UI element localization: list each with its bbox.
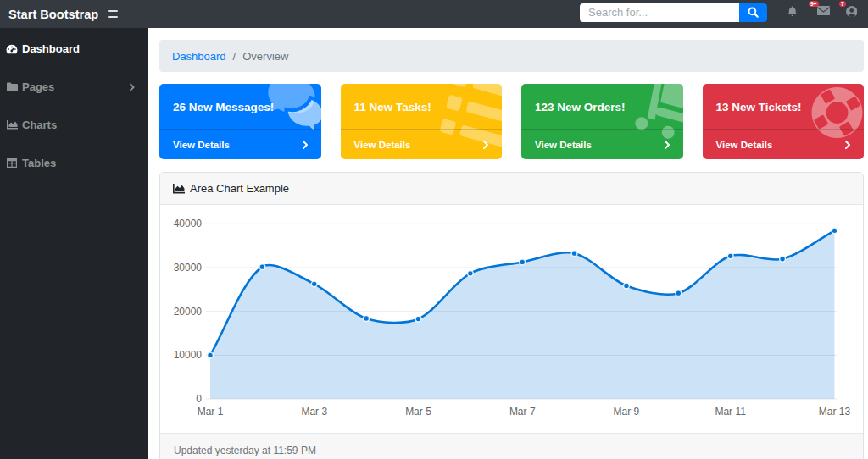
area-chart-card: Area Chart Example 010000200003000040000… [159, 172, 864, 459]
sidebar-item-charts[interactable]: Charts [0, 106, 148, 144]
card-title: 11 New Tasks! [354, 101, 489, 113]
messages-card: 26 New Messages! View Details [159, 84, 321, 159]
search-input[interactable] [580, 3, 739, 22]
card-footer-link[interactable]: View Details [521, 129, 683, 159]
breadcrumb: Dashboard / Overview [159, 40, 864, 72]
chevron-right-icon [665, 141, 670, 149]
chart-card-footer: Updated yesterday at 11:59 PM [160, 433, 863, 459]
chart-card-header: Area Chart Example [160, 173, 863, 205]
area-chart: 010000200003000040000Mar 1Mar 3Mar 5Mar … [160, 205, 863, 433]
search-bar [580, 3, 767, 22]
sidebar-item-pages[interactable]: Pages [0, 68, 148, 106]
table-icon [6, 158, 18, 168]
breadcrumb-separator: / [233, 50, 236, 63]
sidebar-item-label: Dashboard [22, 42, 80, 55]
bell-icon [787, 6, 798, 16]
svg-text:0: 0 [196, 393, 202, 405]
chart-area-icon [6, 120, 18, 130]
view-details-label: View Details [173, 140, 230, 150]
orders-card: 123 New Orders! View Details [521, 84, 683, 159]
card-title: 26 New Messages! [173, 101, 308, 113]
svg-text:Mar 9: Mar 9 [614, 406, 640, 418]
svg-text:Mar 1: Mar 1 [198, 406, 224, 418]
card-title: 123 New Orders! [535, 101, 670, 113]
svg-text:Mar 3: Mar 3 [301, 406, 327, 418]
tasks-card: 11 New Tasks! View Details [341, 84, 503, 159]
card-footer-link[interactable]: View Details [703, 129, 865, 159]
main-content: Dashboard / Overview 26 New Messages! Vi… [148, 28, 868, 459]
messages-badge: 9+ [809, 1, 819, 8]
tickets-card: 13 New Tickets! View Details [703, 84, 865, 159]
svg-text:Mar 11: Mar 11 [715, 406, 746, 418]
topbar-nav: 9+ 7 [787, 0, 868, 28]
sidebar: Dashboard Pages Charts Tables [0, 28, 148, 459]
chevron-right-icon [303, 141, 308, 149]
card-footer-link[interactable]: View Details [341, 129, 503, 159]
card-footer-link[interactable]: View Details [159, 129, 321, 159]
search-icon [748, 7, 759, 18]
topbar: Start Bootstrap 9+ 7 [0, 0, 868, 28]
stat-cards-row: 26 New Messages! View Details [159, 84, 864, 159]
view-details-label: View Details [354, 140, 411, 150]
sidebar-item-label: Pages [22, 80, 54, 93]
svg-text:20000: 20000 [174, 306, 203, 318]
view-details-label: View Details [716, 140, 773, 150]
svg-text:Mar 7: Mar 7 [509, 406, 536, 418]
user-menu[interactable]: 7 [846, 0, 858, 28]
svg-text:10000: 10000 [174, 349, 203, 361]
breadcrumb-link-dashboard[interactable]: Dashboard [172, 50, 226, 63]
breadcrumb-current: Overview [242, 50, 288, 63]
view-details-label: View Details [535, 140, 592, 150]
chart-area-icon [173, 184, 185, 194]
brand[interactable]: Start Bootstrap [8, 8, 98, 21]
svg-text:30000: 30000 [174, 262, 203, 274]
sidebar-item-dashboard[interactable]: Dashboard [0, 30, 148, 68]
chart-card-title: Area Chart Example [190, 182, 289, 195]
sidebar-item-tables[interactable]: Tables [0, 144, 148, 182]
tachometer-icon [6, 44, 18, 54]
chevron-right-icon [845, 141, 850, 149]
sidebar-item-label: Tables [22, 157, 56, 169]
user-badge: 7 [839, 1, 847, 8]
search-button[interactable] [739, 3, 767, 22]
chevron-right-icon [130, 83, 135, 91]
card-title: 13 New Tickets! [716, 101, 851, 113]
sidebar-item-label: Charts [22, 119, 57, 131]
user-circle-icon [846, 6, 858, 18]
menu-toggle-icon[interactable] [108, 10, 118, 18]
folder-icon [6, 82, 18, 91]
envelope-icon [817, 6, 830, 15]
chart-updated-text: Updated yesterday at 11:59 PM [174, 445, 316, 456]
svg-text:Mar 5: Mar 5 [405, 406, 431, 418]
messages-menu[interactable]: 9+ [817, 0, 830, 28]
chevron-right-icon [483, 141, 488, 149]
alerts-menu[interactable] [787, 0, 798, 28]
svg-text:40000: 40000 [174, 218, 203, 230]
svg-text:Mar 13: Mar 13 [819, 406, 851, 418]
